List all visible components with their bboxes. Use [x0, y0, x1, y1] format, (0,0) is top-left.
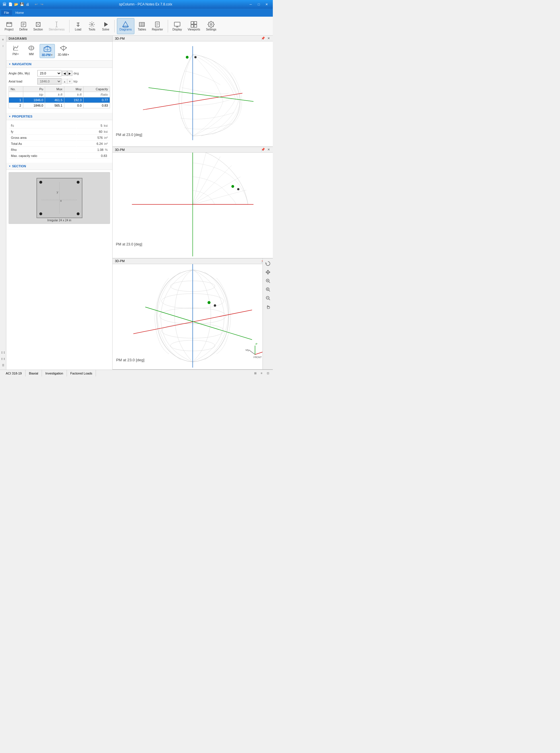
toolbar-settings[interactable]: Settings — [204, 18, 219, 34]
maximize-button[interactable]: □ — [255, 1, 262, 7]
menu-home[interactable]: Home — [13, 10, 27, 15]
toolbar-viewports[interactable]: Viewports — [185, 18, 202, 34]
diagram-middle-close[interactable]: ✕ — [267, 148, 271, 152]
unit-no — [9, 92, 23, 97]
diagram-top-canvas[interactable]: PM at 23.0 [deg] — [113, 41, 273, 145]
sidebar-btn-2[interactable]: ↕ — [1, 43, 6, 48]
axial-nav-buttons: ▲ ▼ — [62, 79, 72, 84]
diagram-middle-header: 3D-PM 📌 ✕ — [113, 147, 273, 153]
toolbar-tools[interactable]: Tools — [85, 18, 98, 34]
pm-button[interactable]: PM ▼ — [8, 44, 23, 58]
open-icon[interactable]: 📂 — [14, 2, 18, 6]
status-icon-3[interactable]: ⊡ — [265, 371, 271, 376]
3dmm-button[interactable]: 3D-MM ▼ — [56, 44, 71, 58]
toolbar-diagrams[interactable]: Diagrams — [117, 18, 134, 34]
sidebar-btn-bottom-3[interactable]: ☰ — [1, 363, 6, 368]
diagram-middle-canvas[interactable]: PM at 23.0 [deg] — [113, 153, 273, 256]
new-icon[interactable]: 📄 — [8, 2, 13, 6]
angle-label: Angle (Mx, My) — [8, 72, 37, 75]
load-icon — [75, 21, 82, 28]
toolbar-solve[interactable]: Solve — [99, 18, 112, 34]
angle-prev-button[interactable]: ◀ — [62, 71, 67, 76]
svg-point-65 — [237, 188, 240, 191]
toolbar-load[interactable]: Load — [72, 18, 84, 34]
project-icon — [6, 21, 13, 28]
define-label: Define — [19, 28, 27, 31]
svg-line-93 — [269, 290, 270, 291]
menu-file[interactable]: File — [1, 10, 12, 15]
minimize-button[interactable]: ─ — [247, 1, 255, 7]
diagram-middle-svg: PM at 23.0 [deg] — [113, 153, 273, 256]
status-factored-loads-label: Factored Loads — [71, 372, 92, 375]
diagram-bottom-canvas[interactable]: Mx P My FRONT PM at 23.0 [deg] — [113, 264, 273, 368]
tool-pan[interactable] — [264, 268, 272, 276]
toolbar-slenderness[interactable]: Slenderness — [46, 18, 67, 34]
toolbar-reporter[interactable]: Reporter — [149, 18, 165, 34]
tool-hand[interactable] — [264, 303, 272, 311]
diagram-bottom-svg: Mx P My FRONT PM at 23.0 [deg] — [113, 264, 273, 368]
axial-prev-button[interactable]: ▲ — [62, 79, 67, 84]
toolbar-separator-3 — [168, 20, 168, 33]
status-investigation-label: Investigation — [45, 372, 63, 375]
nav-collapse-arrow: ▼ — [8, 63, 11, 65]
tool-zoom-region[interactable] — [264, 277, 272, 285]
props-collapse-arrow: ▼ — [8, 115, 11, 118]
navigation-content: Angle (Mx, My) 23.0 ◀ ▶ deg Axial load 1… — [6, 68, 112, 111]
3dpm-arrow: ▼ — [51, 54, 53, 56]
prop-label: Total As — [9, 141, 76, 147]
status-icon-2[interactable]: ≡ — [259, 371, 264, 376]
status-standard[interactable]: ACI 318-19 — [2, 370, 25, 376]
redo-icon[interactable]: ↪ — [40, 2, 44, 6]
properties-header[interactable]: ▼ PROPERTIES — [6, 113, 112, 120]
angle-input[interactable]: 23.0 — [37, 70, 61, 76]
3dmm-arrow: ▼ — [67, 54, 69, 56]
table-row[interactable]: 2 1846.0 565.1 0.0 0.83 — [9, 103, 110, 108]
svg-text:PM at 23.0 [deg]: PM at 23.0 [deg] — [116, 242, 142, 246]
pm-label: PM — [13, 53, 17, 56]
sidebar-btn-bottom-2[interactable]: ↥↥ — [1, 356, 6, 362]
pm-icon — [12, 45, 19, 52]
tool-rotate[interactable] — [264, 259, 272, 268]
section-header[interactable]: ▼ SECTION — [6, 163, 112, 170]
unit-muy: k-ft — [64, 92, 84, 97]
toolbar-tables[interactable]: Tables — [136, 18, 148, 34]
unit-mux: k-ft — [45, 92, 64, 97]
toolbar-section[interactable]: Section — [31, 18, 45, 34]
diagram-middle-pin[interactable]: 📌 — [260, 148, 266, 152]
tools-icon — [88, 21, 95, 28]
solve-icon — [102, 21, 109, 28]
axial-next-button[interactable]: ▼ — [67, 79, 72, 84]
diagram-bottom-type: 3D-PM — [115, 259, 125, 263]
sidebar-btn-bottom-1[interactable]: ↧↧ — [1, 350, 6, 355]
diagram-top-pin[interactable]: 📌 — [260, 37, 266, 40]
close-button[interactable]: ✕ — [263, 1, 271, 7]
toolbar-project[interactable]: Project — [2, 18, 16, 34]
status-biaxial[interactable]: Biaxial — [25, 370, 42, 376]
sidebar-btn-1[interactable]: ≡ — [1, 37, 6, 42]
save-icon[interactable]: 💾 — [20, 2, 24, 6]
th-pu: Pu — [23, 86, 45, 92]
toolbar-define[interactable]: Define — [17, 18, 30, 34]
svg-text:PM at 23.0 [deg]: PM at 23.0 [deg] — [116, 358, 144, 362]
svg-text:FRONT: FRONT — [254, 356, 262, 359]
toolbar-display[interactable]: Display — [170, 18, 184, 34]
svg-rect-34 — [191, 25, 194, 27]
svg-point-52 — [195, 56, 197, 58]
status-icon-1[interactable]: ⊞ — [253, 371, 258, 376]
navigation-header[interactable]: ▼ NAVIGATION — [6, 61, 112, 68]
table-row[interactable]: 1 1846.0 461.5 192.3 0.77 — [9, 97, 110, 103]
svg-text:+: + — [267, 288, 268, 291]
axial-input[interactable]: 1846.0 — [37, 78, 61, 84]
panel-header: DIAGRAMS — [6, 36, 112, 42]
3dpm-button[interactable]: 3D-PM ▼ — [40, 44, 55, 58]
status-factored-loads[interactable]: Factored Loads — [67, 370, 96, 376]
diagram-top-close[interactable]: ✕ — [267, 37, 271, 40]
undo-icon[interactable]: ↩ — [34, 2, 39, 6]
tool-zoom-out[interactable] — [264, 294, 272, 302]
mm-button[interactable]: MM — [24, 44, 39, 58]
status-investigation[interactable]: Investigation — [42, 370, 67, 376]
tool-zoom-in[interactable]: + — [264, 285, 272, 293]
print-icon[interactable]: 🖨 — [25, 2, 30, 6]
angle-next-button[interactable]: ▶ — [67, 71, 72, 76]
section-label: Section — [33, 28, 43, 31]
